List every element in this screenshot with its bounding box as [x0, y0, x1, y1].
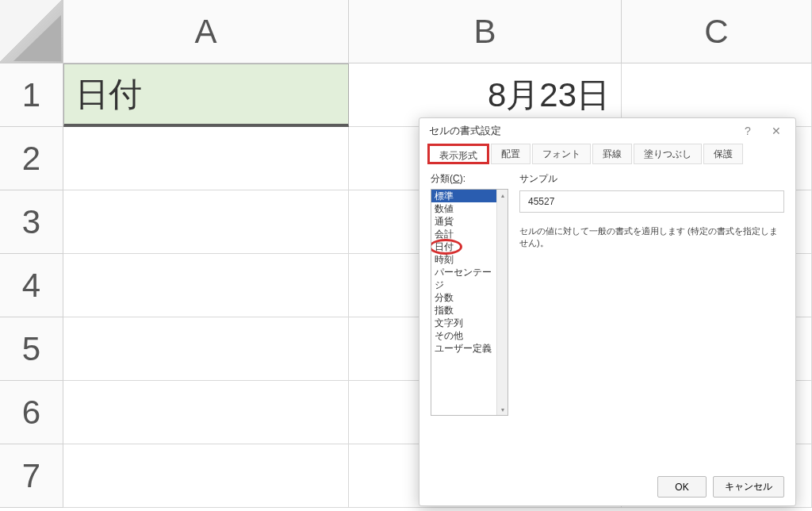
column-headers: ABC — [63, 0, 812, 63]
tab-3[interactable]: 罫線 — [592, 144, 632, 164]
cell-a2[interactable] — [63, 127, 349, 190]
cell-a1[interactable]: 日付 — [63, 63, 349, 127]
row-header-3[interactable]: 3 — [0, 190, 63, 254]
dialog-title: セルの書式設定 — [429, 124, 501, 138]
category-item-0[interactable]: 標準 — [431, 190, 496, 202]
listbox-scrollbar[interactable]: ▴ ▾ — [496, 190, 508, 415]
category-item-8[interactable]: 指数 — [431, 304, 496, 317]
category-section: 分類(C): 標準数値通貨会計日付時刻パーセンテージ分数指数文字列その他ユーザー… — [431, 172, 508, 416]
row-header-7[interactable]: 7 — [0, 444, 63, 508]
tab-1[interactable]: 配置 — [491, 144, 530, 164]
help-icon[interactable]: ? — [733, 120, 762, 142]
sample-label: サンプル — [519, 172, 784, 186]
row-header-6[interactable]: 6 — [0, 381, 63, 444]
column-header-c[interactable]: C — [622, 0, 812, 63]
sample-section: サンプル 45527 セルの値に対して一般の書式を適用します (特定の書式を指定… — [519, 172, 784, 416]
row-header-4[interactable]: 4 — [0, 254, 63, 317]
row-header-2[interactable]: 2 — [0, 127, 63, 190]
sample-value: 45527 — [519, 190, 784, 213]
category-item-7[interactable]: 分数 — [431, 291, 496, 304]
row-header-5[interactable]: 5 — [0, 317, 63, 381]
ok-button[interactable]: OK — [657, 476, 707, 498]
category-item-1[interactable]: 数値 — [431, 202, 496, 215]
category-item-2[interactable]: 通貨 — [431, 215, 496, 228]
column-header-b[interactable]: B — [349, 0, 622, 63]
category-item-4[interactable]: 日付 — [431, 240, 496, 253]
category-item-5[interactable]: 時刻 — [431, 253, 496, 266]
dialog-titlebar[interactable]: セルの書式設定 ? ✕ — [419, 118, 795, 144]
cancel-button[interactable]: キャンセル — [713, 476, 784, 498]
sample-description: セルの値に対して一般の書式を適用します (特定の書式を指定しません)。 — [519, 225, 784, 249]
category-label: 分類(C): — [431, 172, 508, 186]
cell-a7[interactable] — [63, 444, 349, 508]
scroll-down-icon[interactable]: ▾ — [497, 404, 508, 415]
format-cells-dialog: セルの書式設定 ? ✕ 表示形式配置フォント罫線塗りつぶし保護 分類(C): 標… — [419, 117, 796, 506]
scroll-up-icon[interactable]: ▴ — [497, 190, 508, 201]
close-icon[interactable]: ✕ — [762, 120, 791, 142]
category-item-3[interactable]: 会計 — [431, 228, 496, 240]
annotation-circle — [431, 239, 462, 255]
tab-5[interactable]: 保護 — [703, 144, 743, 164]
column-header-a[interactable]: A — [63, 0, 349, 63]
cell-a4[interactable] — [63, 254, 349, 317]
tab-0[interactable]: 表示形式 — [427, 144, 489, 164]
category-item-10[interactable]: その他 — [431, 329, 496, 342]
tab-2[interactable]: フォント — [532, 144, 591, 164]
cell-a6[interactable] — [63, 381, 349, 444]
dialog-footer: OK キャンセル — [657, 476, 784, 498]
category-item-9[interactable]: 文字列 — [431, 317, 496, 329]
category-item-11[interactable]: ユーザー定義 — [431, 342, 496, 355]
dialog-tabs: 表示形式配置フォント罫線塗りつぶし保護 — [419, 144, 795, 164]
cell-a3[interactable] — [63, 190, 349, 254]
tab-4[interactable]: 塗りつぶし — [634, 144, 702, 164]
row-header-1[interactable]: 1 — [0, 63, 63, 127]
category-listbox[interactable]: 標準数値通貨会計日付時刻パーセンテージ分数指数文字列その他ユーザー定義 ▴ ▾ — [431, 189, 508, 416]
category-item-6[interactable]: パーセンテージ — [431, 266, 496, 291]
select-all-corner[interactable] — [0, 0, 63, 63]
dialog-body: 分類(C): 標準数値通貨会計日付時刻パーセンテージ分数指数文字列その他ユーザー… — [419, 164, 795, 416]
row-headers: 1234567 — [0, 63, 63, 508]
cell-a5[interactable] — [63, 317, 349, 381]
